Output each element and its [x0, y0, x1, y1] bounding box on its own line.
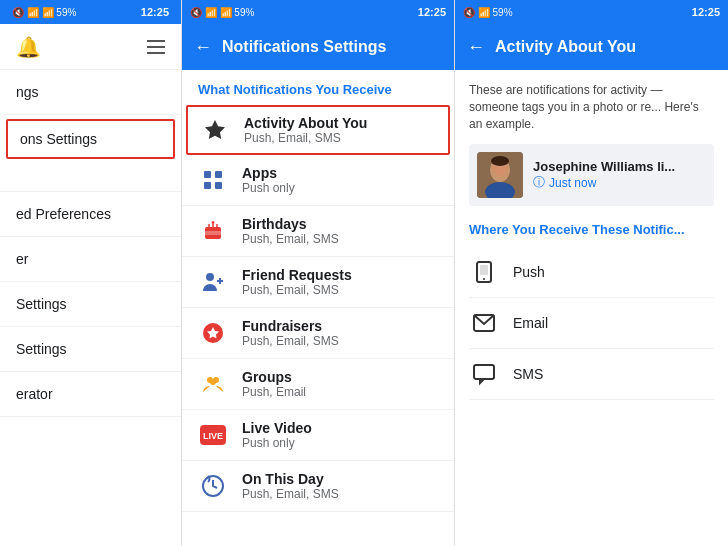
status-time-1: 12:25: [141, 6, 169, 18]
menu-item-2[interactable]: [0, 163, 181, 192]
notif-friend-requests-text: Friend Requests Push, Email, SMS: [242, 267, 352, 297]
nav-bar-1: 🔔: [0, 24, 181, 70]
apps-icon: [198, 165, 228, 195]
notif-item-birthdays[interactable]: Birthdays Push, Email, SMS: [182, 206, 454, 257]
hamburger-menu[interactable]: [147, 40, 165, 54]
receive-push-label: Push: [513, 264, 545, 280]
bell-icon[interactable]: 🔔: [16, 35, 41, 59]
status-bar-3: 🔇 📶 59% 12:25: [455, 0, 728, 24]
activity-body: These are notifications for activity — s…: [455, 70, 728, 412]
fundraisers-icon: [198, 318, 228, 348]
notif-birthdays-text: Birthdays Push, Email, SMS: [242, 216, 339, 246]
friend-requests-icon: [198, 267, 228, 297]
svg-point-10: [206, 273, 214, 281]
notif-activity-title: Activity About You: [244, 115, 367, 131]
svg-rect-4: [215, 182, 222, 189]
receive-item-sms[interactable]: SMS: [469, 349, 714, 400]
panel-settings-menu: 🔇 📶 📶 59% 12:25 🔔 ngs ons Settings ed Pr…: [0, 0, 182, 546]
notif-fundraisers-text: Fundraisers Push, Email, SMS: [242, 318, 339, 348]
notif-item-fundraisers[interactable]: Fundraisers Push, Email, SMS: [182, 308, 454, 359]
status-icons-2: 🔇 📶 📶 59%: [190, 7, 254, 18]
svg-rect-2: [215, 171, 222, 178]
receive-item-email[interactable]: Email: [469, 298, 714, 349]
notifications-settings-title: Notifications Settings: [222, 38, 386, 56]
activity-about-you-title: Activity About You: [495, 38, 636, 56]
topbar-notifications: ← Notifications Settings: [182, 24, 454, 70]
notif-item-on-this-day[interactable]: On This Day Push, Email, SMS: [182, 461, 454, 512]
status-icons-left: 🔇 📶 📶 59%: [12, 7, 76, 18]
notif-live-video-text: Live Video Push only: [242, 420, 312, 450]
menu-item-erator[interactable]: erator: [0, 372, 181, 417]
svg-point-27: [483, 278, 485, 280]
notif-on-this-day-text: On This Day Push, Email, SMS: [242, 471, 339, 501]
groups-icon: [198, 369, 228, 399]
what-notifications-heading: What Notifications You Receive: [182, 70, 454, 105]
email-icon: [469, 308, 499, 338]
back-button-2[interactable]: ←: [194, 37, 212, 58]
notif-item-live-video[interactable]: LIVE Live Video Push only: [182, 410, 454, 461]
push-icon: [469, 257, 499, 287]
menu-item-settings-2[interactable]: Settings: [0, 327, 181, 372]
settings-menu-list: ngs ons Settings ed Preferences er Setti…: [0, 70, 181, 546]
where-heading: Where You Receive These Notific...: [469, 222, 714, 237]
menu-item-notifications-settings[interactable]: ons Settings: [6, 119, 175, 159]
svg-rect-6: [205, 231, 221, 235]
svg-rect-1: [204, 171, 211, 178]
back-button-3[interactable]: ←: [467, 37, 485, 58]
notif-item-friend-requests[interactable]: Friend Requests Push, Email, SMS: [182, 257, 454, 308]
example-name: Josephine Williams li...: [533, 159, 675, 174]
status-bar-2: 🔇 📶 📶 59% 12:25: [182, 0, 454, 24]
status-bar-1: 🔇 📶 📶 59% 12:25: [0, 0, 181, 24]
svg-rect-3: [204, 182, 211, 189]
example-info: Josephine Williams li... ⓘ Just now: [533, 159, 675, 191]
status-time-2: 12:25: [418, 6, 446, 18]
example-card: Josephine Williams li... ⓘ Just now: [469, 144, 714, 206]
menu-item-0[interactable]: ngs: [0, 70, 181, 115]
notif-groups-text: Groups Push, Email: [242, 369, 306, 399]
receive-email-label: Email: [513, 315, 548, 331]
notif-apps-text: Apps Push only: [242, 165, 295, 195]
notif-activity-text: Activity About You Push, Email, SMS: [244, 115, 367, 145]
activity-description: These are notifications for activity — s…: [469, 82, 714, 132]
panel-notifications-settings: 🔇 📶 📶 59% 12:25 ← Notifications Settings…: [182, 0, 455, 546]
notif-item-groups[interactable]: Groups Push, Email: [182, 359, 454, 410]
star-icon: [200, 115, 230, 145]
menu-item-er[interactable]: er: [0, 237, 181, 282]
topbar-activity: ← Activity About You: [455, 24, 728, 70]
menu-item-preferences[interactable]: ed Preferences: [0, 192, 181, 237]
receive-item-push[interactable]: Push: [469, 247, 714, 298]
notif-item-apps[interactable]: Apps Push only: [182, 155, 454, 206]
live-video-icon: LIVE: [198, 420, 228, 450]
status-icons-3: 🔇 📶 59%: [463, 7, 513, 18]
svg-rect-26: [480, 265, 488, 275]
status-time-3: 12:25: [692, 6, 720, 18]
notif-item-activity[interactable]: Activity About You Push, Email, SMS: [186, 105, 450, 155]
birthday-icon: [198, 216, 228, 246]
avatar: [477, 152, 523, 198]
receive-sms-label: SMS: [513, 366, 543, 382]
notif-activity-subtitle: Push, Email, SMS: [244, 131, 367, 145]
svg-rect-29: [474, 365, 494, 379]
svg-point-24: [491, 156, 509, 166]
example-time: ⓘ Just now: [533, 174, 675, 191]
svg-text:LIVE: LIVE: [203, 431, 223, 441]
svg-marker-0: [205, 120, 225, 139]
on-this-day-icon: [198, 471, 228, 501]
panel-activity-about-you: 🔇 📶 59% 12:25 ← Activity About You These…: [455, 0, 728, 546]
sms-icon: [469, 359, 499, 389]
svg-point-16: [210, 379, 216, 385]
menu-item-settings-1[interactable]: Settings: [0, 282, 181, 327]
